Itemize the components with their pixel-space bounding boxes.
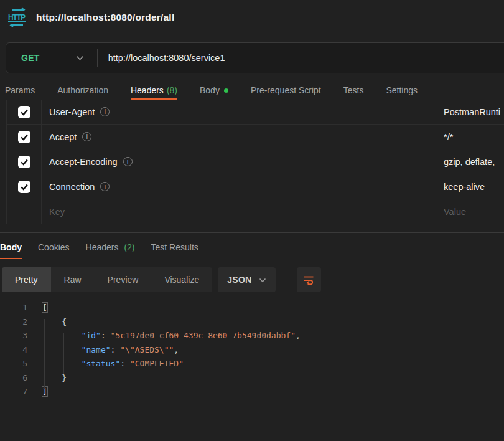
format-dropdown[interactable]: JSON — [218, 267, 275, 292]
wrap-text-icon — [302, 273, 315, 286]
header-value: */* — [444, 132, 453, 142]
code-token: "\"ASEDS\"" — [120, 345, 174, 354]
info-icon[interactable]: i — [123, 157, 133, 166]
divider — [97, 49, 98, 67]
code-token — [42, 345, 82, 354]
header-key-cell[interactable]: Accept i — [41, 125, 436, 149]
response-toolbar: Pretty Raw Preview Visualize JSON — [0, 267, 504, 292]
chevron-down-icon — [259, 274, 266, 285]
tab-authorization[interactable]: Authorization — [57, 81, 108, 100]
tab-label: Body — [200, 85, 220, 95]
tab-headers[interactable]: Headers (8) — [131, 81, 177, 100]
tab-label: Body — [0, 242, 22, 252]
svg-text:HTTP: HTTP — [8, 13, 26, 22]
view-pretty[interactable]: Pretty — [2, 267, 51, 292]
checkbox-cell — [6, 125, 41, 149]
response-tab-test-results[interactable]: Test Results — [151, 242, 198, 259]
table-row-new: Key Value — [0, 199, 504, 224]
tab-params[interactable]: Params — [5, 81, 35, 100]
tab-label: Headers — [86, 242, 119, 252]
request-title: http://localhost:8080/order/all — [36, 12, 174, 23]
drag-handle-cell — [0, 174, 6, 199]
code-token — [42, 331, 82, 340]
line-number: 6 — [0, 371, 27, 386]
code-token: "name" — [82, 345, 111, 354]
url-input[interactable]: http://localhost:8080/service1 — [108, 53, 225, 63]
code-line: 1[ — [0, 301, 504, 315]
http-request-icon: HTTP — [6, 7, 29, 27]
indent-guide — [63, 333, 64, 374]
table-row: Connection i keep-alive — [0, 174, 504, 199]
header-key-cell[interactable]: Connection i — [41, 174, 436, 199]
line-number: 4 — [0, 343, 27, 358]
response-tab-headers[interactable]: Headers (2) — [86, 242, 135, 259]
tab-label: Params — [5, 85, 35, 95]
request-tab-header: HTTP http://localhost:8080/order/all — [0, 0, 504, 35]
info-icon[interactable]: i — [82, 132, 91, 141]
header-value-cell[interactable]: PostmanRunti — [436, 100, 504, 125]
chevron-down-icon — [76, 55, 84, 60]
code-token: , — [296, 331, 301, 340]
method-select[interactable]: GET — [6, 53, 84, 63]
response-tab-cookies[interactable]: Cookies — [38, 242, 70, 259]
response-tab-body[interactable]: Body — [0, 242, 22, 259]
code-token: "COMPLETED" — [130, 359, 184, 368]
code-token: "id" — [82, 331, 101, 340]
indent-guide — [44, 319, 45, 389]
code-token: : — [120, 359, 130, 368]
tab-label: Tests — [343, 85, 364, 95]
header-value: keep-alive — [444, 182, 485, 192]
tab-body[interactable]: Body — [200, 81, 228, 100]
method-label: GET — [21, 53, 40, 63]
new-key-input[interactable]: Key — [41, 199, 436, 224]
checkbox[interactable] — [18, 106, 30, 118]
table-row: Accept-Encoding i gzip, deflate, — [0, 149, 504, 174]
code-token — [42, 373, 62, 382]
code-line: 7] — [0, 385, 504, 399]
checkbox[interactable] — [18, 131, 30, 143]
code-token: [ — [42, 303, 47, 312]
info-icon[interactable]: i — [100, 182, 110, 191]
tab-label: Settings — [386, 85, 418, 95]
drag-handle-cell — [0, 100, 6, 125]
header-value: PostmanRunti — [444, 107, 500, 117]
code-line-text: { — [42, 315, 67, 330]
table-row: Accept i */* — [0, 125, 504, 149]
header-key-cell[interactable]: Accept-Encoding i — [41, 149, 436, 174]
header-value-cell[interactable]: gzip, deflate, — [436, 149, 504, 174]
url-bar: GET http://localhost:8080/service1 — [6, 42, 504, 74]
code-token: : — [111, 345, 121, 354]
tab-label: Test Results — [151, 242, 198, 252]
line-number: 1 — [0, 301, 27, 315]
view-visualize[interactable]: Visualize — [151, 267, 212, 292]
new-value-input[interactable]: Value — [436, 199, 504, 224]
view-preview[interactable]: Preview — [95, 267, 152, 292]
checkbox[interactable] — [18, 181, 30, 193]
view-switcher: Pretty Raw Preview Visualize — [2, 267, 212, 292]
tab-tests[interactable]: Tests — [343, 81, 364, 100]
table-row: User-Agent i PostmanRunti — [0, 100, 504, 125]
header-key: Accept-Encoding — [49, 157, 118, 167]
checkbox-cell — [6, 100, 41, 125]
code-token: { — [62, 317, 67, 326]
tab-pre-request-script[interactable]: Pre-request Script — [251, 81, 321, 100]
headers-table: User-Agent i PostmanRunti Accept i */* — [0, 100, 504, 224]
code-line: 2 { — [0, 315, 504, 330]
header-key-cell[interactable]: User-Agent i — [41, 100, 436, 125]
view-raw[interactable]: Raw — [51, 267, 95, 292]
tab-settings[interactable]: Settings — [386, 81, 418, 100]
info-icon[interactable]: i — [100, 107, 110, 116]
header-value-cell[interactable]: */* — [436, 125, 504, 149]
wrap-text-button[interactable] — [297, 267, 321, 292]
line-number: 7 — [0, 385, 27, 399]
header-value-cell[interactable]: keep-alive — [436, 174, 504, 199]
code-token: : — [101, 331, 111, 340]
header-key: Accept — [49, 132, 77, 142]
code-editor[interactable]: 1[2 {3 "id": "5c197de0-cf60-439c-8e60-7b… — [0, 301, 504, 399]
checkbox[interactable] — [18, 156, 30, 168]
tab-count: (2) — [124, 242, 134, 252]
header-key: User-Agent — [49, 107, 95, 117]
code-line: 3 "id": "5c197de0-cf60-439c-8e60-7b549d0… — [0, 329, 504, 343]
line-number: 2 — [0, 315, 27, 330]
tab-label: Headers — [131, 85, 164, 95]
